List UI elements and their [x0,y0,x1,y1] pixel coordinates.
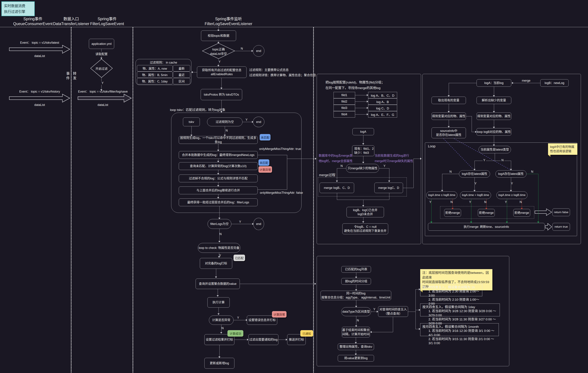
rules-empty-yes: Y [245,118,248,122]
gen-log-node[interactable]: 按规则生成log，一个tskv可以命中不同过滤规则，生成多条log [179,136,258,144]
merge-continue-node[interactable]: 与上面合并后的log继续进行合并 [179,186,258,194]
arrowhead [493,127,495,128]
has-latest-right-cond[interactable]: logA存在latest属性 [495,170,526,177]
map-attrs-left-node[interactable]: 得到变量对应的物、属性 [431,113,466,120]
cmp-eq-cond[interactable]: logA.time = logB.time [460,191,491,199]
collect-query-node[interactable]: 整理出物属性，查询tskv [338,343,374,350]
badge-calc-error-2[interactable]: 计算异常 [272,311,286,318]
matched-list-node[interactable]: 已匹配的log列表 [341,266,371,273]
fetch-rules-node[interactable]: 获取所有开启过滤的配置信息 allEnabledRules [197,66,247,78]
reject-merge-node[interactable]: 拒绝merge [513,209,530,217]
is-latest-cond[interactable]: 当前属性是latest类型 [479,146,511,153]
enable-filter-yes: Y [101,81,104,85]
return-true-node[interactable]: return true [552,223,570,231]
group-by-time-node[interactable]: 按log的时间分组 [341,278,371,285]
forward-label-forward: 转发 [72,72,77,81]
arrowhead [315,158,316,160]
badge-matched[interactable]: 已匹配 [233,255,245,261]
check-topic-node[interactable]: 校验topic和数据 [201,31,236,41]
mark-complete-node[interactable]: 对完备的log打标 [200,258,232,269]
conn [413,159,420,159]
log-group-cell: log A、B、C、D [368,92,397,98]
tskv-node[interactable]: tskv [183,117,200,126]
do-merge-node[interactable]: 执行merge: 刷新time、sourceInfo [428,223,545,231]
map-attrs-right-node[interactable]: 得到变量对应的物、属性 [477,113,511,120]
filterlogs-empty-cond[interactable]: filterLogs为空 [208,219,231,229]
conn [363,135,363,144]
take-existing-node[interactable]: 取出现有的变量 [431,97,466,104]
arrowhead [473,190,475,191]
cmp-ge-cond[interactable]: logA.time ≥ logB.time [496,191,527,199]
badge-calc-ok[interactable]: 计算成功 [228,330,243,337]
badge-calc-error[interactable]: 计算异常 [259,166,272,173]
null-logs-node[interactable]: 令logB、C = null 避免在当前过滤规则下重复合并 [342,223,388,234]
merge-note-right: 当前批数据生成的log进行merge时只merge缺失的属性 [375,153,413,164]
loga-node[interactable]: logA [352,128,374,135]
round-time-node[interactable]: 对查询时间四舍五入 （整点查询） [378,306,408,317]
merge-all-node[interactable]: merge logB、C、D [320,183,354,193]
merge-missing-cond[interactable]: 只merge缺少的物属性 [346,164,379,173]
query-unmatched-node[interactable]: 查询未匹配、计算异常的log(计算次数≤10) [179,162,258,170]
cache-row-attr: 物、属性：C, 1day [137,78,173,84]
topic-valid-yes: Y [218,60,221,63]
conn [234,340,247,340]
loop-sticky-note[interactable]: logA中已有的物属 性也适用该逻辑 [548,143,577,155]
badge-notified[interactable]: 已通知 [300,330,313,337]
calc-error-cond[interactable]: 计算是否异常 [209,315,233,325]
merge-result-node[interactable]: logB、logC已合并 logD未合并 [346,207,384,217]
convert-dto-node[interactable]: tskvProtos 转为 tskvDTOs [201,89,242,100]
cmp-le-cond[interactable]: logA.time ≤ logB.time [426,191,457,199]
return-false-node[interactable]: return false [552,208,570,216]
cmp-ge-yes: Y [505,200,507,204]
calc-start-node[interactable]: 基于结束时间和聚合 间隔，计算开始时间 [342,327,370,337]
arrowhead [362,162,364,163]
cache-row-tag: 区间 [173,78,190,84]
arrowhead [377,311,378,313]
reject-merge-node[interactable]: 拒绝merge [478,209,495,217]
update-value-node[interactable]: 将value更新到log [338,355,374,362]
arrowhead [510,190,512,191]
arrowhead [218,256,220,258]
arrowhead [355,306,357,307]
badge-unmatched-2[interactable]: 未匹配 [259,159,269,166]
filter-invalid-node[interactable]: 过滤掉不合规的log：公式与规则详情不匹配 [179,175,258,182]
loga-current-node[interactable]: logA：当前log [477,79,511,87]
end-node-3[interactable]: end [253,218,264,230]
group-by-agg-node[interactable]: 同一时间的log 按聚合信息分组：aggType、 aggInterval、ti… [321,291,391,300]
parse-missing-node[interactable]: 解析出缺少的变量 [477,97,511,104]
arrowhead [100,89,102,91]
rules-empty-cond[interactable]: 过滤规则为空 [207,117,242,126]
conn [219,308,219,314]
arrowhead [367,107,368,109]
example-hour-box[interactable]: 按小时四舍五入，假设聚合间隔为 1h 1. 若当前时间为 2:30 则查询 2:… [420,284,482,296]
conn [337,200,389,200]
arrowhead-green [506,222,508,223]
filter-notify-node[interactable]: 过滤出需要通知的log [248,334,278,345]
has-latest-left-cond[interactable]: logA存在latest属性 [459,170,490,177]
end-node-1[interactable]: end [253,45,264,57]
example-day-box[interactable]: 按天四舍五入，假设聚合间隔为 1day 1. 若当前时间为 3/28 12:30… [420,303,500,316]
merge-new-logs-node[interactable]: 合并本批数据中生成的log：最终得到mergedNewLogs [179,151,258,159]
cache-row-tag: 最近 [173,72,190,78]
merge-missing-node[interactable]: merge logC、D [374,183,403,193]
log-group-cell: log C、D [368,105,397,111]
sourceinfo-cond-node[interactable]: sourceInfo中 是否存在latest属性 [431,127,466,138]
application-yml-node[interactable]: application.yml [89,39,114,49]
set-agg-value-node[interactable]: 查询并设置聚合数据的value [196,279,240,289]
end-node-2[interactable]: end [253,117,264,127]
merge-edge-label: merge [521,79,531,83]
fild-state-node[interactable]: 现有：fild1、2 缺少：fild3 [352,145,374,156]
run-calc-node[interactable]: 执行计算 [207,297,230,308]
reject-merge-node[interactable]: 拒绝merge [444,209,461,217]
loop-check-cond[interactable]: loop to check: 物属性是否完备 [198,243,240,253]
badge-unmatched[interactable]: 未匹配 [260,134,271,140]
has-latest-left-yes: Y [474,182,477,185]
conn [413,159,414,188]
final-logs-node[interactable]: 最终获得一批经过层层合并后的log：filterLogs [179,198,258,206]
arrowhead [510,169,512,170]
loop-logb-attrs-node[interactable]: loop logB对应的物、属性 [477,128,511,135]
upsert-log-node[interactable]: 更新或新增log [204,358,234,369]
datatype-range-cond[interactable]: dataType为区间类型 [341,307,371,316]
logb-new-node[interactable]: logB：newLog [540,79,569,87]
example-month-box[interactable]: 按月四舍五入，假设聚合间隔为 1month 1. 若当前时间为 3/16 12:… [420,323,499,336]
